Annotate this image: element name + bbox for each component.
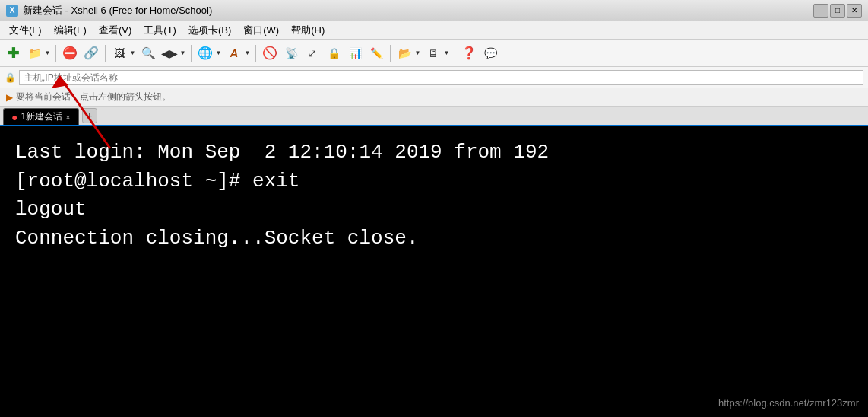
screenshot-group: 🖼 ▼ (109, 43, 137, 63)
arrow-button[interactable]: ◀▶ (160, 43, 179, 63)
help-button[interactable]: ❓ (459, 43, 479, 63)
menu-edit[interactable]: 编辑(E) (48, 22, 93, 39)
font-button[interactable]: A (224, 43, 244, 63)
chart-button[interactable]: 📊 (345, 43, 365, 63)
terminal-line-3: logout (15, 196, 853, 224)
tab-bar: ● 1新建会话 × + (0, 107, 868, 126)
reconnect-button[interactable]: 🔗 (81, 43, 101, 63)
info-text: 要将当前会话，点击左侧的箭头按钮。 (16, 91, 171, 103)
toolbar-separator-3 (191, 45, 192, 62)
globe-dropdown[interactable]: ▼ (215, 43, 223, 63)
arrow-group: ◀▶ ▼ (160, 43, 187, 63)
toolbar-separator-6 (455, 45, 455, 62)
watermark: https://blog.csdn.net/zmr123zmr (718, 396, 859, 411)
toolbar: ✚ 📁 ▼ ⛔ 🔗 🖼 ▼ 🔍 ◀▶ ▼ 🌐 ▼ A ▼ 🚫 📡 ⤢ 🔒 📊 ✏… (0, 40, 868, 67)
menu-view[interactable]: 查看(V) (93, 22, 138, 39)
lock-button[interactable]: 🔒 (324, 43, 344, 63)
toolbar-separator-5 (390, 45, 391, 62)
open-folder-dropdown[interactable]: ▼ (44, 43, 52, 63)
open-folder-group: 📁 ▼ (24, 43, 52, 63)
menu-tabs[interactable]: 选项卡(B) (182, 22, 237, 39)
folder2-button[interactable]: 📂 (394, 43, 414, 63)
window-controls: — □ ✕ (813, 4, 862, 18)
info-bar: ▶ 要将当前会话，点击左侧的箭头按钮。 (0, 88, 868, 107)
address-bar: 🔒 (0, 67, 868, 88)
info-arrow-icon: ▶ (6, 92, 13, 103)
terminal-line-1: Last login: Mon Sep 2 12:10:14 2019 from… (15, 138, 853, 167)
app-icon: X (6, 5, 18, 17)
screenshot-button[interactable]: 🖼 (109, 43, 129, 63)
monitor-group: 🖥 ▼ (423, 43, 451, 63)
tab-close-button[interactable]: × (65, 113, 70, 122)
monitor-dropdown[interactable]: ▼ (443, 43, 451, 63)
netscan-button[interactable]: 📡 (281, 43, 301, 63)
menu-file[interactable]: 文件(F) (3, 22, 48, 39)
terminal-line-2: [root@localhost ~]# exit (15, 167, 853, 196)
menu-bar: 文件(F) 编辑(E) 查看(V) 工具(T) 选项卡(B) 窗口(W) 帮助(… (0, 21, 868, 40)
edit-pencil-button[interactable]: ✏️ (366, 43, 386, 63)
minimize-button[interactable]: — (813, 4, 828, 18)
font-dropdown[interactable]: ▼ (244, 43, 252, 63)
globe-button[interactable]: 🌐 (195, 43, 215, 63)
menu-tools[interactable]: 工具(T) (138, 22, 182, 39)
menu-help[interactable]: 帮助(H) (285, 22, 331, 39)
disconnect-button[interactable]: ⛔ (60, 43, 80, 63)
globe-group: 🌐 ▼ (195, 43, 223, 63)
font-group: A ▼ (224, 43, 252, 63)
monitor-button[interactable]: 🖥 (423, 43, 443, 63)
search-button[interactable]: 🔍 (138, 43, 158, 63)
terminal-area[interactable]: Last login: Mon Sep 2 12:10:14 2019 from… (0, 126, 868, 417)
resize-button[interactable]: ⤢ (303, 43, 322, 63)
toolbar-separator-1 (55, 45, 56, 62)
chat-button[interactable]: 💬 (480, 43, 500, 63)
open-folder-button[interactable]: 📁 (24, 43, 44, 63)
close-button[interactable]: ✕ (847, 4, 862, 18)
window-title: 新建会话 - Xshell 6 (Free for Home/School) (23, 4, 212, 18)
tab-status-dot: ● (11, 111, 17, 123)
session-tab[interactable]: ● 1新建会话 × (3, 108, 79, 125)
screenshot-dropdown[interactable]: ▼ (129, 43, 137, 63)
folder2-group: 📂 ▼ (394, 43, 422, 63)
toolbar-separator-4 (255, 45, 256, 62)
terminal-line-4: Connection closing...Socket close. (15, 224, 853, 253)
address-lock-icon: 🔒 (5, 72, 16, 83)
stop-button[interactable]: 🚫 (260, 43, 280, 63)
folder2-dropdown[interactable]: ▼ (414, 43, 422, 63)
new-tab-button[interactable]: + (82, 108, 97, 123)
new-session-button[interactable]: ✚ (3, 43, 23, 63)
menu-window[interactable]: 窗口(W) (237, 22, 285, 39)
tab-label: 1新建会话 (21, 110, 62, 123)
toolbar-separator-2 (105, 45, 106, 62)
address-input[interactable] (19, 70, 863, 85)
title-bar: X 新建会话 - Xshell 6 (Free for Home/School)… (0, 0, 868, 21)
maximize-button[interactable]: □ (830, 4, 845, 18)
arrow-dropdown[interactable]: ▼ (179, 43, 187, 63)
